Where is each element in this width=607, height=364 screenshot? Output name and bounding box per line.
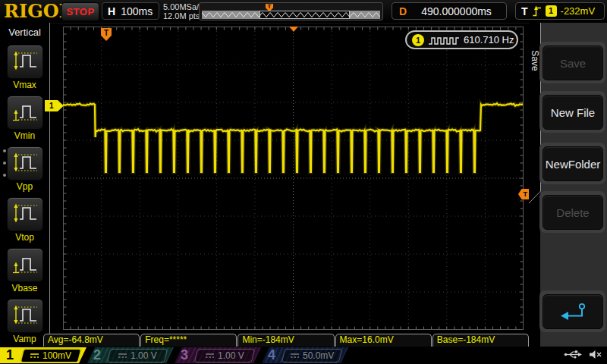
dc-coupling-icon — [30, 353, 39, 359]
channel3-scale-box: 1.00 V — [194, 349, 255, 362]
measurement-bar: Avg=-64.8mV Freq=***** Min=-184mV Max=16… — [43, 334, 529, 347]
measure-freq: Freq=***** — [140, 334, 237, 347]
sound-muted-icon — [589, 350, 602, 359]
freq-counter-value: 610.710 Hz — [464, 34, 514, 46]
menu-item-vmax[interactable]: Vmax — [0, 45, 49, 90]
delete-button[interactable]: Delete — [543, 195, 603, 230]
vamp-button[interactable] — [7, 299, 43, 333]
vamp-label: Vamp — [0, 334, 49, 344]
save-menu: Save Save New File NewFolder Delete — [529, 23, 607, 347]
trigger-level-value: -232mV — [561, 5, 596, 17]
vbase-label: Vbase — [0, 283, 49, 293]
vmax-icon — [11, 49, 39, 75]
square-wave-icon — [428, 35, 460, 46]
measure-base: Base=-184mV — [432, 334, 529, 347]
slot-save: Save — [539, 42, 605, 83]
vtop-label: Vtop — [0, 232, 49, 243]
slot-new-file: New File — [539, 91, 605, 133]
channel3-number: 3 — [181, 347, 192, 363]
measure-min: Min=-184mV — [237, 334, 334, 347]
vmax-label: Vmax — [0, 80, 49, 90]
vbase-button[interactable] — [7, 248, 43, 282]
new-file-button[interactable]: New File — [543, 95, 603, 130]
menu-item-vmin[interactable]: Vmin — [0, 96, 49, 141]
vtop-icon — [11, 202, 39, 228]
horizontal-label: H — [108, 5, 115, 17]
delay-label: D — [399, 5, 407, 17]
menu-item-vbase[interactable]: Vbase — [0, 248, 49, 293]
channel2-scale: 1.00 V — [131, 350, 157, 361]
memory-strip — [202, 11, 380, 19]
channel2-tab[interactable]: 2 1.00 V — [87, 347, 174, 363]
vmin-label: Vmin — [0, 130, 49, 141]
dc-coupling-icon — [290, 353, 300, 359]
delay-readout: D 490.000000ms — [392, 2, 507, 20]
frequency-counter: 1 610.710 Hz — [405, 30, 518, 49]
channel1-scale: 100mV — [42, 350, 71, 361]
measure-menu-title: Vertical — [0, 27, 49, 38]
rising-edge-icon — [532, 5, 542, 17]
channel4-number: 4 — [268, 347, 279, 363]
trigger-source-badge: 1 — [546, 5, 557, 17]
screen-center-marker — [289, 27, 298, 32]
measure-avg: Avg=-64.8mV — [43, 334, 140, 347]
save-menu-tab: Save — [529, 44, 540, 77]
dc-coupling-icon — [205, 353, 215, 359]
slot-back — [539, 290, 605, 332]
return-arrow-icon — [556, 301, 590, 322]
oscilloscope-screen: RIGOL STOP H 100ms 5.00MSa/s 12.0M pts T… — [0, 0, 607, 364]
channel4-tab[interactable]: 4 50.0mV — [262, 347, 348, 363]
freq-counter-channel-badge: 1 — [412, 34, 424, 46]
graticule-and-trace — [63, 27, 524, 330]
channel1-ground-marker[interactable]: 1 — [45, 100, 64, 111]
channel1-scale-box: 100mV — [20, 348, 83, 363]
dc-coupling-icon — [118, 353, 127, 359]
menu-item-vpp[interactable]: Vpp — [0, 146, 49, 192]
trigger-readout: T 1 -232mV — [515, 2, 605, 20]
vpp-button[interactable] — [7, 146, 43, 180]
slot-delete: Delete — [539, 191, 605, 233]
vpp-label: Vpp — [0, 181, 49, 192]
acquisition-readout: 5.00MSa/s 12.0M pts — [163, 2, 203, 20]
save-button[interactable]: Save — [543, 46, 603, 80]
menu-page-dots — [3, 149, 6, 186]
measure-menu: Vertical Vmax Vmin Vpp Vtop Vbase Vamp — [0, 23, 50, 347]
delay-value: 490.000000ms — [407, 5, 506, 17]
channel1-number: 1 — [6, 347, 17, 363]
vtop-button[interactable] — [7, 197, 43, 231]
vbase-icon — [11, 253, 39, 278]
channel3-tab[interactable]: 3 1.00 V — [175, 347, 261, 363]
channel-status-bar: 1 100mV 2 1.00 V — [0, 347, 607, 364]
channel2-scale-box: 1.00 V — [107, 349, 168, 362]
run-stop-status[interactable]: STOP — [61, 2, 99, 21]
top-status-bar: RIGOL STOP H 100ms 5.00MSa/s 12.0M pts T… — [0, 0, 607, 24]
vmin-icon — [11, 100, 39, 126]
slot-new-folder: NewFolder — [539, 143, 605, 184]
memory-depth: 12.0M pts — [163, 11, 203, 20]
menu-item-vtop[interactable]: Vtop — [0, 197, 49, 243]
vpp-icon — [11, 151, 39, 177]
preview-wave-icon — [202, 11, 380, 19]
channel4-scale: 50.0mV — [303, 350, 334, 361]
channel3-scale: 1.00 V — [218, 350, 244, 361]
channel4-scale-box: 50.0mV — [281, 349, 342, 362]
vmax-button[interactable] — [7, 45, 43, 79]
usb-icon — [564, 350, 582, 359]
channel2-number: 2 — [93, 347, 105, 363]
vamp-icon — [11, 303, 39, 329]
menu-item-vamp[interactable]: Vamp — [0, 299, 49, 344]
channel1-tab[interactable]: 1 100mV — [0, 347, 86, 363]
sample-rate: 5.00MSa/s — [163, 2, 203, 11]
new-folder-button[interactable]: NewFolder — [543, 146, 603, 181]
horizontal-timebase-readout: H 100ms — [102, 2, 159, 20]
save-menu-tab-label: Save — [530, 50, 540, 71]
timebase-value: 100ms — [121, 5, 153, 17]
back-button[interactable] — [543, 294, 603, 329]
memory-waveform-preview: T — [199, 2, 383, 20]
vmin-button[interactable] — [7, 96, 43, 130]
measure-max: Max=16.0mV — [335, 334, 432, 347]
trigger-label: T — [521, 5, 528, 17]
